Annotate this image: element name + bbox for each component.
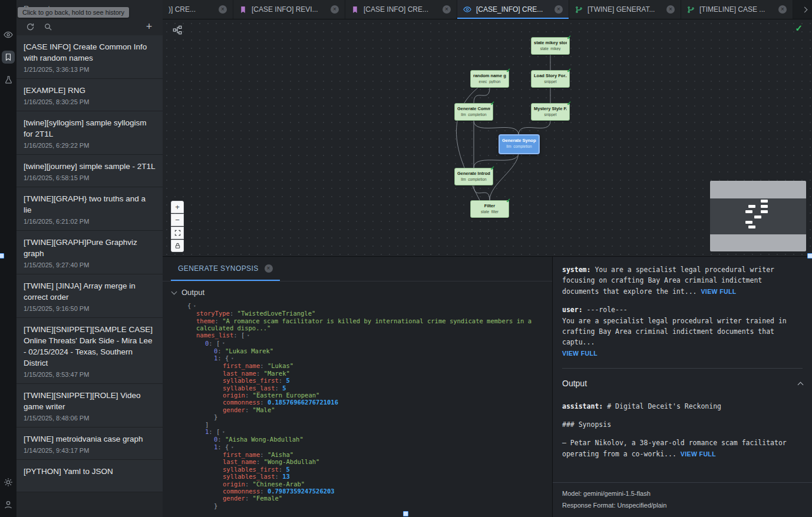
view-full-link[interactable]: VIEW FULL (681, 450, 716, 458)
prompt-list-item[interactable]: [PYTHON] Yaml to JSON (16, 460, 163, 492)
resize-handle-left[interactable] (0, 253, 4, 258)
collapse-chevron-icon[interactable]: ▾ (193, 304, 196, 309)
prompt-list-item[interactable]: [twine][syllogism] sample syllogism for … (16, 111, 163, 155)
model-row: Model: gemini/gemini-1.5-flash (562, 488, 803, 499)
tab-case-info-cre-active[interactable]: [CASE_INFO] CRE...× (457, 0, 569, 19)
prompt-list-item[interactable]: [twine][journey] simple sample - 2T1L1/1… (16, 155, 163, 187)
prompt-timestamp (24, 479, 156, 486)
collapse-chevron-icon[interactable]: ▾ (231, 445, 233, 450)
prompt-list-item[interactable]: [TWINE][SNIPPET][SAMPLE CASE] Online Thr… (16, 318, 163, 384)
json-number: 5 (282, 385, 286, 392)
minimap-node (748, 226, 755, 228)
search-icon[interactable] (42, 21, 53, 32)
view-full-link[interactable]: VIEW FULL (562, 350, 598, 357)
node-title: Generate Synop... (502, 138, 536, 143)
inspector-panel: system: You are a specialist legal proce… (553, 257, 812, 517)
tab-timeline-case[interactable]: [TIMELINE] CASE ...× (681, 0, 793, 19)
flow-node[interactable]: Generate Synop...llm_completion (499, 135, 539, 154)
node-success-check-icon: ✓ (490, 165, 495, 171)
prompt-list-item[interactable]: [EXAMPLE] RNG1/16/2025, 8:30:25 PM (16, 79, 163, 111)
json-colon: : (230, 310, 237, 317)
prompt-list-item[interactable]: [TWINE][GRAPH} two truths and a lie1/16/… (16, 187, 163, 231)
node-title: Load Story For... (534, 73, 567, 78)
prompts-bookmark-icon[interactable] (2, 51, 15, 64)
prompt-timestamp: 1/21/2025, 3:36:13 PM (24, 66, 156, 73)
collapse-chevron-icon[interactable]: ▾ (231, 356, 233, 361)
assistant-text: — Petar Nikolov, a 38-year-old romance s… (562, 439, 787, 458)
visibility-eye-icon[interactable] (2, 28, 15, 41)
minimap[interactable] (710, 181, 806, 251)
flag-icon (239, 6, 247, 14)
collapse-chevron-icon[interactable]: ▾ (247, 333, 249, 338)
tab-case-info-revi[interactable]: [CASE INFO] REVI...× (233, 0, 345, 19)
output-section-label: Output (181, 288, 204, 297)
tab-generate-synopsis[interactable]: GENERATE SYNOPSIS × (171, 257, 280, 281)
flow-node[interactable]: random name g...exec_python✓ (470, 70, 509, 88)
node-title: Generate Comm... (457, 106, 490, 111)
flow-node[interactable]: Filterstate_filter✓ (470, 200, 509, 218)
zoom-controls: + − (171, 201, 184, 252)
node-success-check-icon: ✓ (506, 67, 511, 74)
view-full-link[interactable]: VIEW FULL (701, 288, 736, 295)
prompt-title: [TWINE][SNIPPET][ROLE] Video game writer (24, 390, 156, 412)
minimap-node (748, 205, 755, 208)
tab-cre-partial[interactable]: )] CRE...× (163, 0, 233, 19)
tab-scroll-right-icon[interactable] (797, 0, 812, 19)
flow-node[interactable]: state mikey stor...state_mikey✓ (531, 37, 570, 55)
lock-button[interactable] (171, 240, 184, 252)
panel-tab-close-icon[interactable]: × (265, 264, 273, 273)
node-subtitle: state_filter (473, 210, 506, 214)
flow-node[interactable]: Load Story For...snippet✓ (531, 70, 570, 88)
json-line: 1: [▾ (163, 428, 544, 436)
json-key: gender (223, 406, 245, 413)
output-section-toggle[interactable]: Output (163, 281, 552, 300)
prompt-list-item[interactable]: [TWINE] [JINJA] Array merge in correct o… (16, 274, 163, 318)
prompt-list-item[interactable]: [TWINE] metroidvania case graph1/14/2025… (16, 427, 163, 460)
flow-canvas[interactable]: state mikey stor...state_mikey✓random na… (163, 19, 812, 256)
prompt-timestamp: 1/15/2025, 9:27:40 PM (24, 261, 156, 269)
fit-view-button[interactable] (171, 227, 184, 239)
collapse-chevron-icon[interactable]: ▾ (222, 430, 225, 435)
tab-twine-generat[interactable]: [TWINE] GENERAT...× (569, 0, 681, 19)
json-colon: : (279, 466, 286, 473)
zoom-out-button[interactable]: − (171, 214, 184, 226)
tab-close-icon[interactable]: × (666, 5, 675, 14)
json-colon: : (245, 480, 253, 488)
divider (562, 368, 803, 369)
tab-close-icon[interactable]: × (219, 5, 227, 14)
tab-close-icon[interactable]: × (778, 5, 787, 14)
user-role-label: user: (562, 306, 583, 314)
json-colon: : (245, 392, 253, 399)
flow-node[interactable]: Generate Introd...llm_completion✓ (454, 168, 493, 185)
chevron-up-icon[interactable] (798, 382, 804, 387)
json-line: first_name: "Aisha" (163, 451, 544, 458)
prompt-timestamp: 1/15/2025, 8:53:47 PM (24, 371, 156, 378)
flask-icon[interactable] (2, 73, 15, 86)
resize-handle-right[interactable] (807, 253, 812, 258)
json-line: commonness: 0.18576966276721016 (163, 399, 544, 406)
account-icon[interactable] (2, 498, 15, 511)
tab-close-icon[interactable]: × (554, 5, 563, 14)
prompt-list-item[interactable]: [TWINE][GRAPH]Pure Graphviz graph1/15/20… (16, 231, 163, 274)
json-line: syllables_first: 5 (163, 377, 544, 384)
flow-node[interactable]: Mystery Style F...snippet✓ (531, 103, 570, 121)
flow-node[interactable]: Generate Comm...llm_completion✓ (454, 103, 493, 121)
tab-bar: )] CRE...×[CASE INFO] REVI...×[CASE INFO… (163, 0, 812, 19)
resize-handle-bottom[interactable] (403, 511, 408, 516)
json-key: first_name (223, 451, 260, 458)
add-prompt-button[interactable]: + (144, 21, 154, 32)
tab-case-info-cre[interactable]: [CASE INFO] CRE...× (345, 0, 457, 19)
refresh-icon[interactable] (25, 21, 35, 32)
tab-close-icon[interactable]: × (443, 5, 451, 14)
tab-close-icon[interactable]: × (331, 5, 339, 14)
zoom-in-button[interactable]: + (171, 201, 184, 213)
prompt-list-item[interactable]: [TWINE][SNIPPET][ROLE] Video game writer… (16, 384, 163, 427)
collapse-chevron-icon[interactable]: ▾ (222, 341, 225, 346)
settings-gear-icon[interactable] (2, 476, 15, 489)
assistant-role-label: assistant: (562, 402, 603, 410)
json-colon: : (260, 399, 268, 406)
json-colon: : (215, 317, 223, 324)
auto-layout-icon[interactable] (171, 24, 184, 37)
minimap-node (745, 221, 752, 224)
prompt-list-item[interactable]: [CASE INFO] Create Common Info with rand… (16, 35, 163, 79)
